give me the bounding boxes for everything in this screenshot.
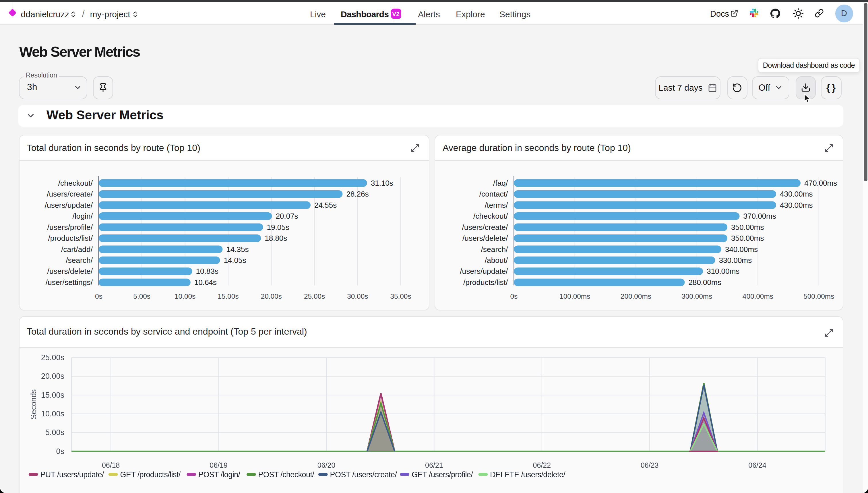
svg-text:20.07s: 20.07s [275, 212, 298, 221]
svg-text:28.26s: 28.26s [346, 190, 368, 198]
svg-text:24.55s: 24.55s [314, 201, 336, 210]
svg-text:/users/create/: /users/create/ [46, 190, 93, 198]
svg-text:19.05s: 19.05s [267, 223, 289, 232]
svg-text:/checkout/: /checkout/ [58, 179, 93, 187]
svg-text:/cart/add/: /cart/add/ [61, 245, 93, 246]
svg-text:18.80s: 18.80s [264, 234, 287, 243]
svg-text:/users/profile/: /users/profile/ [47, 223, 93, 232]
svg-text:/products/list/: /products/list/ [48, 234, 93, 243]
svg-text:/users/update/: /users/update/ [44, 201, 93, 210]
svg-text:31.10s: 31.10s [371, 179, 393, 187]
svg-text:14.35s: 14.35s [226, 245, 248, 246]
svg-text:/login/: /login/ [72, 212, 93, 221]
